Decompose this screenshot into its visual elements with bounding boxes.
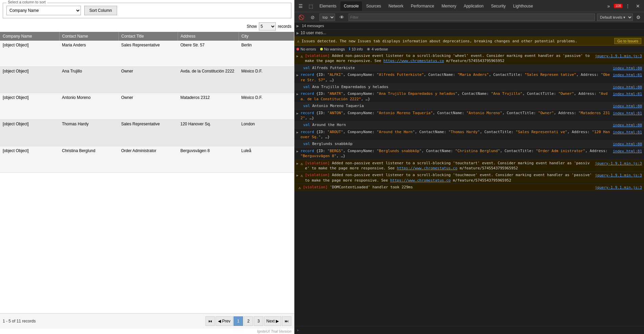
page-button-1[interactable]: 1 <box>234 316 243 326</box>
col-header-company[interactable]: Company Name <box>0 32 59 41</box>
table-row: [object Object]Christina BerglundOrder A… <box>0 146 294 172</box>
go-to-issues-button[interactable]: Go to Issues <box>614 38 641 44</box>
entry-file-link[interactable]: index.html:80 <box>613 141 642 146</box>
entry-file-link[interactable]: index.html:81 <box>613 110 642 116</box>
no-warnings-filter[interactable]: No warnings <box>320 47 345 51</box>
tab-sources[interactable]: Sources <box>363 1 384 11</box>
entry-file-link[interactable]: index.html:81 <box>613 129 642 134</box>
info-filter[interactable]: ℹ 10 info <box>349 47 363 51</box>
entry-file-link[interactable]: index.html:80 <box>613 84 642 89</box>
entry-expand-icon[interactable]: ▶ <box>296 161 298 165</box>
first-page-button[interactable]: ⏮ <box>205 316 215 326</box>
issues-badge[interactable]: 108 <box>614 4 622 8</box>
tab-application[interactable]: Application <box>460 1 487 11</box>
page-controls: ⏮ ◀ Prev 1 2 3 Next ▶ ⏭ <box>205 316 291 326</box>
pagination-bar: 1 - 5 of 11 records ⏮ ◀ Prev 1 2 3 Next … <box>0 313 294 329</box>
no-errors-filter[interactable]: No errors <box>296 47 316 51</box>
filter-icon[interactable]: ⊘ <box>308 13 317 22</box>
cell-city: Luleå <box>239 146 294 172</box>
tab-console[interactable]: Console <box>340 1 362 11</box>
console-input[interactable] <box>301 328 642 333</box>
info-label: 10 info <box>352 47 363 51</box>
sort-column-select[interactable]: Company NameContact NameContact TitleAdd… <box>6 6 81 15</box>
cell-address: Avda. de la Constitución 2222 <box>178 67 239 93</box>
devtools-close-icon[interactable]: ✕ <box>633 1 643 11</box>
tab-performance[interactable]: Performance <box>407 1 438 11</box>
tab-elements[interactable]: Elements <box>316 1 340 11</box>
console-entry: val Antonio Moreno Taqueríaindex.html:80 <box>294 103 644 109</box>
entry-file-link[interactable]: jquery-1.9.1.min.js:3 <box>595 185 642 190</box>
console-entry: ⚠[violation] 'DOMContentLoaded' handler … <box>294 184 644 191</box>
level-select[interactable]: Default levels ▾ <box>597 14 633 21</box>
entry-expand-icon[interactable]: ▶ <box>296 72 298 77</box>
devtools-more-icon[interactable]: ⋮ <box>623 1 632 11</box>
console-entry: ▶⚠[violation] Added non-passive event li… <box>294 53 644 65</box>
cell-title: Sales Representative <box>118 120 178 146</box>
console-entry: ▶record {ID: "BERGS", CompanyName: "Berg… <box>294 148 644 160</box>
messages-expand-icon[interactable]: ▶ <box>296 24 299 28</box>
tab-memory[interactable]: Memory <box>438 1 460 11</box>
cell-title: Owner <box>118 93 178 120</box>
entry-expand-icon[interactable]: ▶ <box>296 110 298 115</box>
more-tabs-icon[interactable]: » <box>604 1 613 11</box>
entry-file-link[interactable]: index.html:80 <box>613 65 642 70</box>
col-header-city[interactable]: City <box>239 32 294 41</box>
cell-address: Berguvsvägen 8 <box>178 146 239 172</box>
entry-expand-icon[interactable]: ▶ <box>296 91 298 96</box>
col-header-address[interactable]: Address <box>178 32 239 41</box>
page-button-2[interactable]: 2 <box>244 316 253 326</box>
devtools-toggle-icon[interactable]: ☰ <box>296 1 305 11</box>
entry-file-link[interactable]: index.html:81 <box>613 91 642 96</box>
next-page-button[interactable]: Next ▶ <box>264 316 281 326</box>
clear-console-icon[interactable]: 🚫 <box>296 13 306 22</box>
console-entry: ▶record {ID: "ANTON", CompanyName: "Anto… <box>294 110 644 122</box>
entry-file-link[interactable]: index.html:80 <box>613 103 642 108</box>
tab-lighthouse[interactable]: Lighthouse <box>510 1 536 11</box>
tab-network[interactable]: Network <box>385 1 407 11</box>
last-page-button[interactable]: ⏭ <box>282 316 291 326</box>
entry-expand-icon[interactable]: ▶ <box>296 172 298 177</box>
entry-file-link[interactable]: index.html:81 <box>613 72 642 77</box>
cell-city: London <box>239 120 294 146</box>
cell-city: México D.F. <box>239 93 294 120</box>
show-count-select[interactable]: 5 10 25 <box>259 22 276 30</box>
verbose-icon: ◉ <box>367 47 370 51</box>
entry-expand-icon[interactable]: ▶ <box>296 148 298 153</box>
entry-text: val Ana Trujillo Emparedados y helados <box>303 84 611 89</box>
cell-company: [object Object] <box>0 67 59 93</box>
devtools-inspect-icon[interactable]: ⬚ <box>306 1 315 11</box>
entry-text: [violation] Added non-passive event list… <box>305 53 593 64</box>
prev-page-button[interactable]: ◀ Prev <box>216 316 233 326</box>
filter-input[interactable] <box>349 14 595 21</box>
cell-contact: Thomas Hardy <box>59 120 118 146</box>
devtools-tabs: ☰ ⬚ Elements Console Sources Network Per… <box>294 0 644 12</box>
sort-bar: Select a column to sort Company NameCont… <box>3 3 291 18</box>
col-header-contact[interactable]: Contact Name <box>59 32 118 41</box>
user-messages-header[interactable]: ▶ 10 user mes... <box>294 29 644 36</box>
tab-security[interactable]: Security <box>488 1 509 11</box>
entry-file-link[interactable]: jquery-1.9.1.min.js:3 <box>595 53 642 58</box>
eye-icon[interactable]: 👁 <box>337 13 347 22</box>
table-row: [object Object]Maria AndersSales Represe… <box>0 41 294 67</box>
sort-column-button[interactable]: Sort Column <box>84 6 117 15</box>
verbose-label: 4 verbose <box>372 47 388 51</box>
entry-file-link[interactable]: index.html:80 <box>613 122 642 127</box>
verbose-filter[interactable]: ◉ 4 verbose <box>367 47 388 51</box>
console-entry: val Ana Trujillo Emparedados y heladosin… <box>294 84 644 90</box>
settings-icon[interactable]: ⚙ <box>635 14 642 21</box>
page-button-3[interactable]: 3 <box>254 316 263 326</box>
watermark: IgniteUI Trial Version <box>0 329 294 334</box>
entry-file-link[interactable]: index.html:81 <box>613 148 642 153</box>
console-entry: val Berglunds snabbköpindex.html:80 <box>294 141 644 147</box>
entry-file-link[interactable]: jquery-1.9.1.min.js:3 <box>595 161 642 166</box>
console-entry: val Alfreds Futterkisteindex.html:80 <box>294 65 644 71</box>
show-bar: Show 5 10 25 records <box>0 21 294 32</box>
entry-expand-icon[interactable]: ▶ <box>296 129 298 134</box>
col-header-title[interactable]: Contact Title <box>118 32 178 41</box>
entry-text: [violation] Added non-passive event list… <box>305 161 593 171</box>
entry-expand-icon[interactable]: ▶ <box>296 53 298 58</box>
records-label: records <box>278 24 291 29</box>
context-select[interactable]: top <box>319 14 335 21</box>
entry-file-link[interactable]: jquery-1.9.1.min.js:3 <box>595 172 642 178</box>
cell-city: Berlin <box>239 41 294 67</box>
